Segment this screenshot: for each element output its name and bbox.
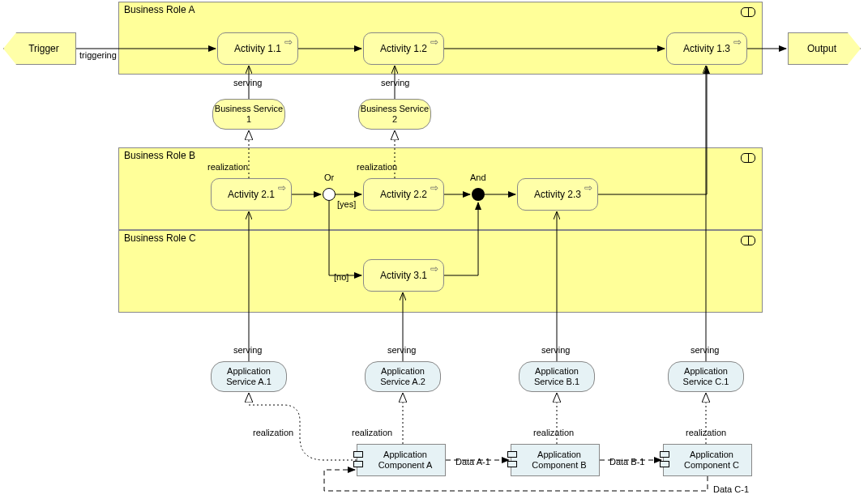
connectors [0, 0, 868, 503]
